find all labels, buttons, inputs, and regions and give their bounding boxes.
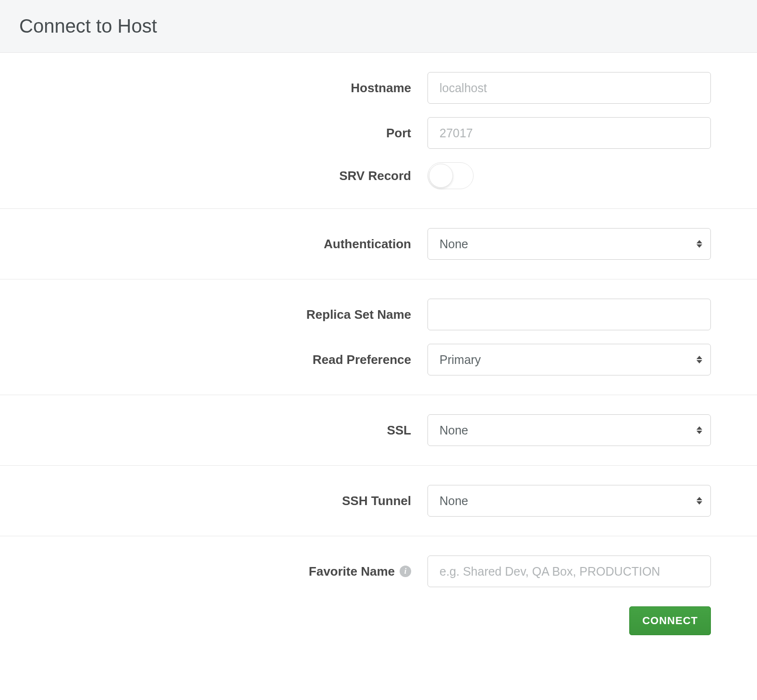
ssl-select[interactable]: None [427,414,711,446]
row-port: Port [0,117,757,149]
section-authentication: Authentication None [0,209,757,279]
info-icon[interactable]: i [400,566,411,577]
dialog-header: Connect to Host [0,0,757,53]
connect-button[interactable]: CONNECT [629,606,711,635]
label-favorite-name: Favorite Name i [0,564,427,579]
row-ssl: SSL None [0,414,757,446]
label-replica-set-name: Replica Set Name [0,307,427,322]
label-ssl: SSL [0,423,427,438]
hostname-input[interactable] [427,72,711,104]
row-replica-set-name: Replica Set Name [0,299,757,330]
row-hostname: Hostname [0,72,757,104]
row-ssh-tunnel: SSH Tunnel None [0,485,757,517]
ssh-tunnel-select[interactable]: None [427,485,711,517]
label-authentication: Authentication [0,237,427,252]
label-read-preference: Read Preference [0,352,427,367]
page-title: Connect to Host [19,15,738,37]
section-replica: Replica Set Name Read Preference Primary [0,279,757,395]
section-host: Hostname Port SRV Record [0,53,757,209]
row-favorite-name: Favorite Name i [0,555,757,587]
row-read-preference: Read Preference Primary [0,344,757,375]
label-ssh-tunnel: SSH Tunnel [0,494,427,508]
label-port: Port [0,126,427,141]
button-row: CONNECT [0,597,757,654]
section-ssl: SSL None [0,395,757,466]
srv-record-toggle[interactable] [427,162,474,189]
row-authentication: Authentication None [0,228,757,260]
replica-set-name-input[interactable] [427,299,711,330]
label-hostname: Hostname [0,81,427,96]
port-input[interactable] [427,117,711,149]
section-ssh-tunnel: SSH Tunnel None [0,466,757,536]
authentication-select[interactable]: None [427,228,711,260]
toggle-knob [429,164,453,188]
favorite-name-input[interactable] [427,555,711,587]
read-preference-select[interactable]: Primary [427,344,711,375]
row-srv-record: SRV Record [0,162,757,189]
favorite-name-label-text: Favorite Name [309,564,395,579]
label-srv-record: SRV Record [0,169,427,183]
section-favorite: Favorite Name i [0,536,757,597]
